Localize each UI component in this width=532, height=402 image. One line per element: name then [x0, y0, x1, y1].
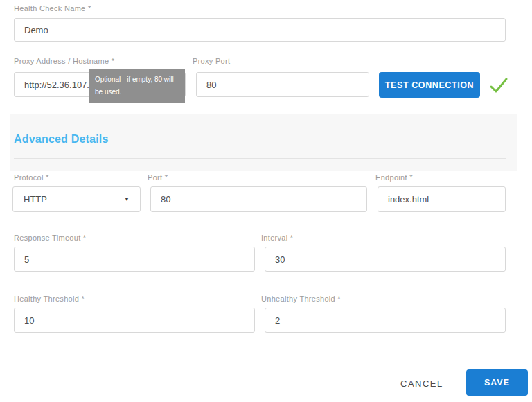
port-label: Port *	[148, 173, 168, 182]
proxy-port-label: Proxy Port	[193, 57, 230, 65]
response-timeout-input[interactable]	[14, 247, 255, 272]
advanced-details-section: Advanced Details	[10, 114, 517, 171]
protocol-selected-value: HTTP	[24, 194, 47, 204]
top-divider	[0, 51, 532, 51]
test-connection-button[interactable]: TEST CONNECTION	[379, 72, 480, 98]
proxy-port-input[interactable]	[196, 72, 369, 97]
connection-success-check-icon	[489, 76, 508, 94]
response-timeout-label: Response Timeout *	[14, 234, 86, 242]
save-button[interactable]: SAVE	[466, 369, 528, 396]
interval-input[interactable]	[265, 247, 506, 272]
unhealthy-threshold-label: Unhealthy Threshold *	[261, 295, 341, 303]
protocol-label: Protocol *	[14, 173, 49, 182]
endpoint-input[interactable]	[378, 186, 506, 212]
health-check-form: Health Check Name * Proxy Address / Host…	[0, 0, 532, 402]
healthy-threshold-input[interactable]	[14, 308, 255, 333]
protocol-select[interactable]: HTTP ▼	[12, 186, 141, 212]
proxy-address-label: Proxy Address / Hostname *	[14, 57, 114, 65]
health-check-name-input[interactable]	[14, 18, 506, 42]
cancel-button[interactable]: CANCEL	[392, 373, 452, 394]
port-input[interactable]	[150, 186, 367, 212]
unhealthy-threshold-input[interactable]	[265, 308, 506, 333]
endpoint-label: Endpoint *	[375, 173, 413, 182]
interval-label: Interval *	[261, 234, 293, 242]
healthy-threshold-label: Healthy Threshold *	[14, 295, 85, 303]
caret-down-icon: ▼	[124, 196, 130, 202]
advanced-details-title: Advanced Details	[14, 133, 109, 146]
proxy-port-tooltip: Optional - if empty, 80 will be used.	[89, 69, 185, 103]
health-check-name-label: Health Check Name *	[14, 4, 91, 12]
section-divider	[14, 158, 506, 159]
